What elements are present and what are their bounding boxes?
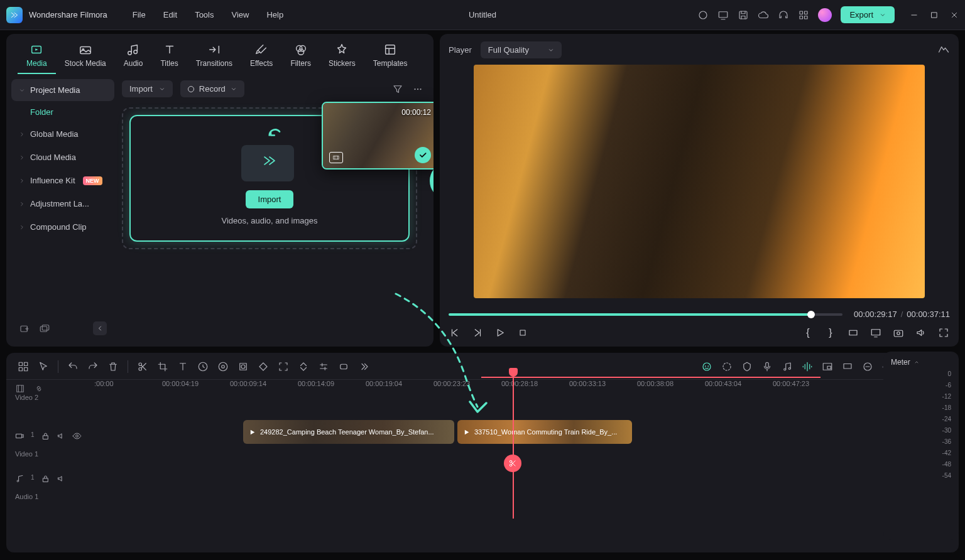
next-frame-button[interactable]: [471, 326, 484, 339]
link-icon[interactable]: [34, 384, 44, 394]
ai-icon[interactable]: [701, 361, 712, 372]
sidebar-cloud-media[interactable]: Cloud Media: [11, 146, 114, 168]
tab-filters[interactable]: Filters: [281, 40, 320, 74]
tab-stock-media[interactable]: Stock Media: [56, 40, 115, 74]
sidebar-project-media[interactable]: Project Media: [11, 79, 114, 101]
tab-templates[interactable]: Templates: [364, 40, 417, 74]
volume-button[interactable]: [915, 326, 927, 339]
redo-icon[interactable]: [87, 361, 99, 372]
tab-media[interactable]: Media: [18, 40, 56, 74]
fullscreen-button[interactable]: [937, 326, 950, 339]
menu-file[interactable]: File: [133, 10, 146, 19]
playhead[interactable]: [513, 374, 514, 519]
expand-icon[interactable]: [358, 361, 369, 372]
auto-beat-icon[interactable]: [802, 361, 813, 372]
split-icon[interactable]: [137, 361, 148, 372]
scope-icon[interactable]: [937, 43, 950, 55]
audio1-lane[interactable]: [94, 460, 959, 497]
tab-effects[interactable]: Effects: [241, 40, 281, 74]
ratio-button[interactable]: [847, 326, 859, 339]
menu-edit[interactable]: Edit: [163, 10, 177, 19]
document-title: Untitled: [469, 10, 496, 19]
crop-icon[interactable]: [157, 361, 168, 372]
tab-stickers[interactable]: Stickers: [320, 40, 364, 74]
play-button[interactable]: [494, 326, 506, 339]
minimize-icon[interactable]: [910, 11, 919, 19]
seek-bar[interactable]: [449, 313, 842, 316]
menu-view[interactable]: View: [231, 10, 249, 19]
clip-1[interactable]: 249282_Camping Beach Teenager Woman_By_S…: [243, 420, 454, 444]
preview-video[interactable]: [474, 65, 925, 298]
new-folder-icon[interactable]: [19, 323, 30, 334]
tab-audio[interactable]: Audio: [115, 40, 152, 74]
lock-icon[interactable]: [41, 431, 50, 441]
prev-frame-button[interactable]: [449, 326, 461, 339]
text-icon[interactable]: [177, 361, 188, 372]
meter-menu-icon[interactable]: [914, 360, 919, 365]
mark-out-button[interactable]: }: [824, 326, 837, 339]
more-icon[interactable]: [412, 83, 423, 95]
svg-rect-51: [17, 385, 24, 392]
sidebar-global-media[interactable]: Global Media: [11, 123, 114, 145]
select-tool-icon[interactable]: [38, 361, 49, 372]
zoom-out-icon[interactable]: [862, 361, 873, 372]
sidebar-compound-clip[interactable]: Compound Clip: [11, 216, 114, 238]
voiceover-icon[interactable]: [761, 361, 773, 372]
sidebar-influence-kit[interactable]: Influence KitNEW: [11, 170, 114, 191]
undo-icon[interactable]: [67, 361, 79, 372]
adjust-icon[interactable]: [318, 361, 329, 372]
tab-titles[interactable]: Titles: [151, 40, 187, 74]
quality-dropdown[interactable]: Full Quality: [481, 41, 562, 58]
import-button[interactable]: Import: [246, 190, 294, 208]
timeline-ruler[interactable]: :00:0000:00:04:1900:00:09:1400:00:14:090…: [6, 380, 959, 397]
render-icon[interactable]: [338, 361, 349, 372]
delete-icon[interactable]: [107, 361, 119, 372]
stop-button[interactable]: [516, 326, 529, 339]
user-avatar[interactable]: [818, 8, 832, 22]
monitor-icon[interactable]: [717, 9, 729, 21]
sidebar-folder[interactable]: Folder: [11, 102, 114, 122]
transform-icon[interactable]: [298, 361, 309, 372]
filter-icon[interactable]: [392, 83, 403, 95]
enhance-icon[interactable]: [721, 361, 733, 372]
cloud-icon[interactable]: [758, 9, 769, 21]
focus-icon[interactable]: [278, 361, 289, 372]
color-icon[interactable]: [217, 361, 229, 372]
collapse-sidebar-button[interactable]: [93, 321, 107, 335]
sidebar-adjustment-layer[interactable]: Adjustment La...: [11, 193, 114, 215]
clip-2[interactable]: 337510_Woman Commuting Train Ride_By_...: [457, 420, 632, 444]
track-add-icon[interactable]: [15, 384, 25, 394]
record-circle-icon[interactable]: [697, 9, 709, 21]
apps-icon[interactable]: [798, 9, 809, 21]
lock-icon[interactable]: [41, 474, 50, 483]
export-button[interactable]: Export: [841, 6, 895, 23]
display-button[interactable]: [870, 326, 882, 339]
svg-point-35: [222, 365, 225, 369]
keyframe-icon[interactable]: [258, 361, 269, 372]
record-dropdown[interactable]: Record: [180, 80, 244, 97]
picture-in-picture-icon[interactable]: [822, 361, 833, 372]
headset-icon[interactable]: [778, 9, 789, 21]
maximize-icon[interactable]: [930, 11, 939, 19]
media-thumbnail[interactable]: 00:00:12: [322, 102, 433, 170]
menu-tools[interactable]: Tools: [195, 10, 214, 19]
video1-lane[interactable]: 249282_Camping Beach Teenager Woman_By_S…: [94, 417, 959, 454]
mark-in-button[interactable]: {: [802, 326, 814, 339]
tab-transitions[interactable]: Transitions: [187, 40, 241, 74]
audio-mix-icon[interactable]: [782, 361, 793, 372]
mute-icon[interactable]: [57, 474, 66, 483]
visible-icon[interactable]: [72, 431, 82, 441]
new-bin-icon[interactable]: [39, 323, 50, 334]
marker-icon[interactable]: [741, 361, 753, 372]
import-dropdown[interactable]: Import: [122, 80, 173, 97]
menu-help[interactable]: Help: [266, 10, 283, 19]
speed-icon[interactable]: [197, 361, 209, 372]
mask-icon[interactable]: [237, 361, 249, 372]
save-icon[interactable]: [738, 9, 749, 21]
snapshot-button[interactable]: [892, 326, 905, 339]
split-at-playhead-button[interactable]: [504, 455, 521, 472]
screen-icon[interactable]: [842, 361, 853, 372]
arrange-icon[interactable]: [18, 361, 29, 372]
close-icon[interactable]: [950, 11, 959, 19]
mute-icon[interactable]: [57, 431, 66, 441]
